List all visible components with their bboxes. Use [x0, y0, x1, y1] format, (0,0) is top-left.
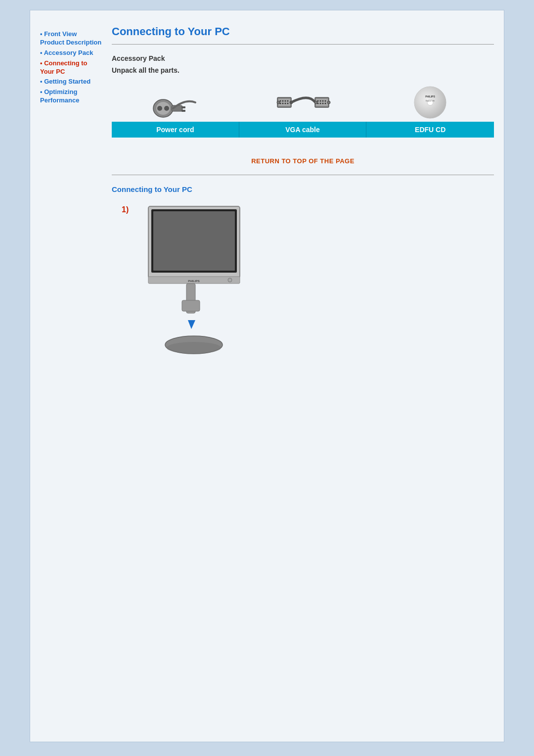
sidebar-item-connecting[interactable]: Connecting to Your PC [40, 59, 102, 76]
power-cord-label: Power cord [112, 122, 239, 138]
power-cord-icon [146, 84, 205, 121]
svg-point-46 [167, 342, 221, 354]
top-divider [112, 44, 494, 45]
svg-rect-43 [182, 300, 200, 311]
sidebar-item-accessory[interactable]: Accessory Pack [40, 49, 102, 57]
page-title: Connecting to Your PC [112, 25, 494, 38]
monitor-svg: PHILIPS [138, 201, 247, 375]
svg-point-23 [322, 100, 323, 101]
svg-rect-4 [181, 110, 185, 112]
accessory-edfu-cd: PHILIPS Digital Life [366, 82, 494, 138]
edfu-cd-image: PHILIPS Digital Life [408, 82, 452, 122]
svg-text:PHILIPS: PHILIPS [425, 95, 435, 98]
svg-point-15 [284, 102, 286, 104]
sidebar-item-front-view[interactable]: Front View Product Description [40, 30, 102, 47]
svg-point-10 [282, 100, 283, 101]
svg-rect-38 [153, 211, 235, 271]
svg-marker-44 [188, 320, 195, 329]
edfu-cd-icon: PHILIPS Digital Life [408, 84, 452, 121]
main-content: Connecting to Your PC Accessory Pack Unp… [107, 25, 494, 727]
section2-title: Connecting to Your PC [112, 185, 494, 193]
svg-text:Digital Life: Digital Life [426, 99, 435, 102]
svg-point-22 [319, 100, 321, 101]
accessories-grid: Power cord [112, 82, 494, 138]
svg-point-11 [284, 100, 286, 101]
accessory-vga-cable: VGA cable [239, 82, 367, 138]
svg-point-6 [164, 106, 169, 111]
sidebar-item-getting-started[interactable]: Getting Started [40, 78, 102, 86]
layout: Front View Product Description Accessory… [40, 25, 494, 727]
svg-point-21 [317, 100, 318, 101]
svg-rect-20 [316, 99, 328, 106]
svg-point-30 [327, 101, 330, 104]
monitor-illustration: PHILIPS [138, 201, 247, 376]
svg-rect-8 [278, 99, 290, 106]
svg-point-24 [324, 100, 326, 101]
svg-point-29 [314, 101, 317, 104]
svg-point-16 [287, 102, 288, 104]
unpack-text: Unpack all the parts. [112, 66, 494, 74]
svg-text:PHILIPS: PHILIPS [188, 280, 200, 283]
section-accessory: Accessory Pack Unpack all the parts. [112, 54, 494, 138]
vga-cable-image [273, 82, 333, 122]
sidebar-item-performance[interactable]: Optimizing Performance [40, 88, 102, 105]
svg-point-26 [319, 102, 321, 104]
svg-point-27 [322, 102, 323, 104]
section-heading: Accessory Pack [112, 54, 494, 62]
mid-divider [112, 175, 494, 175]
edfu-cd-label: EDFU CD [366, 122, 494, 138]
section-connecting: Connecting to Your PC 1) [112, 185, 494, 376]
step-number: 1) [122, 205, 129, 214]
svg-point-41 [228, 278, 232, 282]
svg-point-9 [279, 100, 281, 101]
svg-point-17 [277, 101, 280, 104]
svg-rect-3 [181, 106, 185, 108]
power-cord-image [146, 82, 205, 122]
vga-cable-label: VGA cable [239, 122, 367, 138]
svg-point-14 [282, 102, 283, 104]
page-container: Front View Product Description Accessory… [30, 10, 504, 742]
vga-cable-icon [273, 84, 333, 121]
accessory-power-cord: Power cord [112, 82, 239, 138]
svg-point-12 [287, 100, 288, 101]
svg-point-28 [324, 102, 326, 104]
return-to-top-link[interactable]: RETURN TO TOP OF THE PAGE [112, 157, 494, 165]
svg-point-5 [157, 106, 162, 111]
monitor-diagram: 1) PHILIPS [112, 201, 494, 376]
sidebar: Front View Product Description Accessory… [40, 25, 107, 727]
